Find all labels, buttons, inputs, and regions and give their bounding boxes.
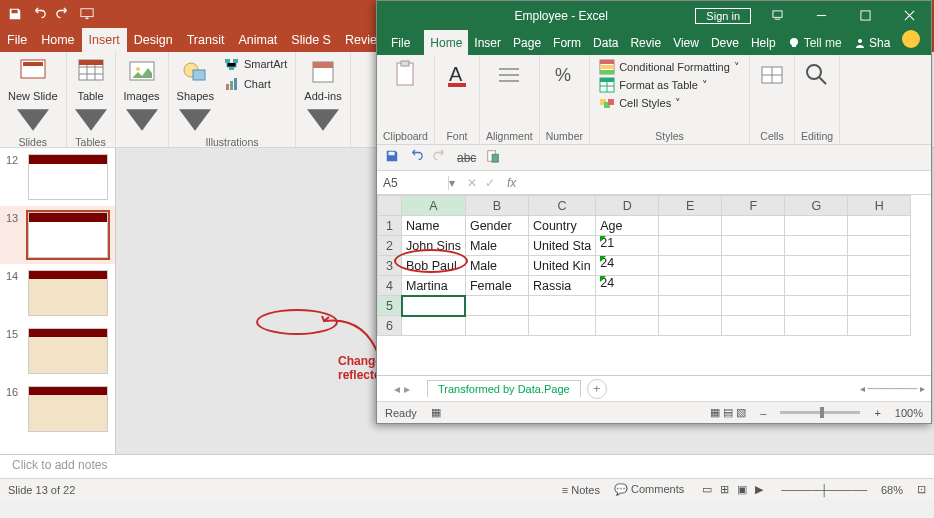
thumbnail-panel[interactable]: 12 13 14 15 16 <box>0 148 116 454</box>
selected-cell[interactable] <box>402 296 466 316</box>
tab-page[interactable]: Page <box>507 30 547 55</box>
editing-button[interactable] <box>801 59 833 91</box>
svg-point-35 <box>807 65 821 79</box>
svg-rect-33 <box>608 99 614 105</box>
group-tables-label: Tables <box>75 136 105 148</box>
conditional-formatting-button[interactable]: Conditional Formatting ˅ <box>599 59 740 75</box>
tab-insert[interactable]: Insert <box>82 28 127 52</box>
fit-button[interactable]: ⊡ <box>917 483 926 496</box>
redo-icon[interactable] <box>433 149 447 167</box>
pp-statusbar: Slide 13 of 22 ≡ Notes 💬 Comments ▭⊞▣▶ ─… <box>0 478 934 500</box>
tab-home[interactable]: Home <box>424 30 468 55</box>
view-buttons[interactable]: ▦ ▤ ▧ <box>710 406 746 419</box>
cell-styles-button[interactable]: Cell Styles ˅ <box>599 95 740 111</box>
ex-title: Employee - Excel <box>427 9 695 23</box>
slide-thumbnail[interactable] <box>28 386 108 432</box>
svg-point-6 <box>136 67 140 71</box>
redo-icon[interactable] <box>56 7 70 21</box>
save-icon[interactable] <box>8 7 22 21</box>
clipboard-button[interactable] <box>389 59 421 91</box>
view-buttons[interactable]: ▭⊞▣▶ <box>698 483 767 496</box>
svg-point-19 <box>858 39 862 43</box>
tab-slideshow[interactable]: Slide S <box>284 28 338 52</box>
save-icon[interactable] <box>385 149 399 167</box>
svg-rect-10 <box>233 59 238 63</box>
svg-rect-9 <box>225 59 230 63</box>
present-icon[interactable] <box>80 7 94 21</box>
maximize-icon[interactable] <box>847 1 883 30</box>
svg-rect-2 <box>23 62 43 66</box>
slide-thumbnail[interactable] <box>28 212 108 258</box>
svg-rect-14 <box>234 78 237 90</box>
svg-rect-21 <box>401 61 409 66</box>
undo-icon[interactable] <box>409 149 423 167</box>
share-button[interactable]: Sha <box>848 30 897 55</box>
chart-button[interactable]: Chart <box>224 76 287 92</box>
status-ready: Ready <box>385 407 417 419</box>
tell-me-search[interactable]: Tell me <box>782 30 848 55</box>
shapes-button[interactable]: Shapes <box>177 56 214 136</box>
tab-insert[interactable]: Inser <box>468 30 507 55</box>
notes-button[interactable]: ≡ Notes <box>562 484 600 496</box>
tab-help[interactable]: Help <box>745 30 782 55</box>
tab-developer[interactable]: Deve <box>705 30 745 55</box>
feedback-icon[interactable] <box>902 30 920 48</box>
tab-data[interactable]: Data <box>587 30 624 55</box>
slide-thumbnail[interactable] <box>28 154 108 200</box>
cancel-formula-icon[interactable]: ✕ <box>467 176 477 190</box>
svg-rect-26 <box>600 60 614 64</box>
tab-formulas[interactable]: Form <box>547 30 587 55</box>
ribbon-options-icon[interactable] <box>759 1 795 30</box>
name-box[interactable]: A5 <box>377 176 449 190</box>
smartart-button[interactable]: SmartArt <box>224 56 287 72</box>
tab-animations[interactable]: Animat <box>231 28 284 52</box>
tab-transitions[interactable]: Transit <box>180 28 232 52</box>
svg-rect-17 <box>772 11 781 17</box>
sheet-tab[interactable]: Transformed by Data.Page <box>427 380 581 397</box>
svg-rect-28 <box>600 70 614 74</box>
strikethrough-icon[interactable]: abc <box>457 151 476 165</box>
slide-thumbnail[interactable] <box>28 328 108 374</box>
ex-statusbar: Ready ▦ ▦ ▤ ▧ –+ 100% <box>377 401 931 423</box>
zoom-level[interactable]: 100% <box>895 407 923 419</box>
svg-rect-16 <box>313 62 333 68</box>
slide-counter: Slide 13 of 22 <box>8 484 75 496</box>
number-button[interactable]: % <box>548 59 580 91</box>
highlight-circle-excel <box>394 249 468 273</box>
ex-ribbon: Clipboard A Font Alignment % Number Cond… <box>377 55 931 145</box>
tab-design[interactable]: Design <box>127 28 180 52</box>
zoom-level[interactable]: 68% <box>881 484 903 496</box>
fx-label: fx <box>503 176 520 190</box>
svg-text:%: % <box>555 65 571 85</box>
comments-button[interactable]: 💬 Comments <box>614 483 684 496</box>
cells-button[interactable] <box>756 59 788 91</box>
sign-in-button[interactable]: Sign in <box>695 8 751 24</box>
new-sheet-button[interactable]: + <box>587 379 607 399</box>
sheet-nav[interactable]: ◂ ▸ <box>377 382 427 396</box>
alignment-button[interactable] <box>493 59 525 91</box>
tab-file[interactable]: File <box>0 28 34 52</box>
minimize-icon[interactable] <box>803 1 839 30</box>
paste-special-icon[interactable] <box>486 149 500 167</box>
notes-pane[interactable]: Click to add notes <box>0 454 934 478</box>
format-as-table-button[interactable]: Format as Table ˅ <box>599 77 740 93</box>
group-slides-label: Slides <box>18 136 47 148</box>
tab-home[interactable]: Home <box>34 28 81 52</box>
tab-review[interactable]: Revie <box>624 30 667 55</box>
svg-rect-8 <box>193 70 205 80</box>
tab-view[interactable]: View <box>667 30 705 55</box>
table-button[interactable]: Table <box>75 56 107 136</box>
new-slide-button[interactable]: New Slide <box>8 56 58 136</box>
slide-thumbnail[interactable] <box>28 270 108 316</box>
spreadsheet-grid[interactable]: A B C D E F G H 1 Name Gender Country Ag… <box>377 195 931 375</box>
close-icon[interactable] <box>891 1 927 30</box>
undo-icon[interactable] <box>32 7 46 21</box>
tab-file[interactable]: File <box>377 30 424 55</box>
addins-button[interactable]: Add-ins <box>304 56 341 136</box>
ex-titlebar: Employee - Excel Sign in <box>377 1 931 30</box>
zoom-slider[interactable] <box>780 411 860 414</box>
images-button[interactable]: Images <box>124 56 160 136</box>
font-button[interactable]: A <box>441 59 473 91</box>
macro-record-icon[interactable]: ▦ <box>431 406 441 419</box>
enter-formula-icon[interactable]: ✓ <box>485 176 495 190</box>
